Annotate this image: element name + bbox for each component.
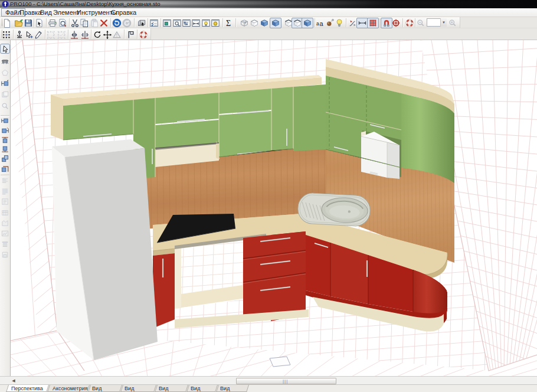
svg-text:Σ: Σ	[226, 19, 231, 28]
svg-text:a: a	[320, 20, 324, 27]
svg-text:a: a	[316, 21, 319, 27]
